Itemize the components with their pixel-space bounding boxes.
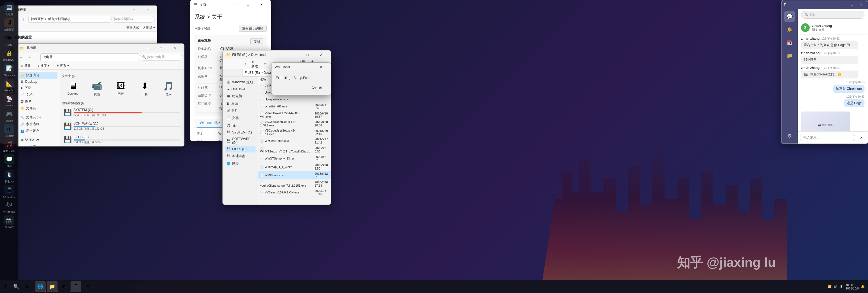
si-close[interactable]: ✕ xyxy=(255,1,268,8)
chat-icon-chat[interactable]: 💬 xyxy=(784,11,795,22)
table-row[interactable]: 📄 VSCodeUserSetup-x64-1.48.2.exe 2020/8/… xyxy=(258,119,331,128)
chat-icon-calendar[interactable]: 📅 xyxy=(784,37,795,48)
dw-nav-local[interactable]: 💾 本地磁盘 xyxy=(225,152,255,160)
maximize-button[interactable]: □ xyxy=(128,6,140,14)
table-row[interactable]: 📄 WeChatSetup.exe 2021/5/17 21:42 应用程序 1… xyxy=(258,137,331,145)
dw-close[interactable]: ✕ xyxy=(315,51,328,59)
dock-icon-dingtalk[interactable]: 📱 钉钉人:多... xyxy=(2,184,16,199)
fe-drive-FILES (E:)[interactable]: 💾 FILES (E:) 534 GB 可用，共 599 GB xyxy=(62,134,182,146)
copy-button[interactable]: 复制 xyxy=(250,38,264,45)
taskbar-teams[interactable]: T xyxy=(70,281,82,292)
teams-maximize[interactable]: □ xyxy=(848,1,856,8)
table-row[interactable]: 📄 VirtualBox-6.1.22-144080-Win.exe 2020/… xyxy=(258,111,331,119)
fe-search[interactable]: 🔍 搜索"此电脑" xyxy=(140,54,183,60)
minimize-button[interactable]: ─ xyxy=(114,6,127,14)
fe-folder-图片[interactable]: 🖼 图片 xyxy=(110,79,131,98)
fe-back[interactable]: ← xyxy=(18,54,25,61)
fe-more[interactable]: ··· xyxy=(175,62,182,70)
table-row[interactable]: 📄 WinPcap_4_1_3.exe 2020/3/28 2:50 应用程序 … xyxy=(258,163,331,171)
dock-icon-wechat[interactable]: 💬 微信 xyxy=(2,154,16,168)
search-input[interactable]: 搜索控制面板 xyxy=(112,16,155,23)
fe-drive-SOFTWARE (D:)[interactable]: 💾 SOFTWARE (D:) 114 GB 可用，共 142 GB xyxy=(62,120,182,133)
dw-nav-d[interactable]: 💾 SOFTWARE (D:) xyxy=(225,136,255,146)
dw-up[interactable]: ↑ xyxy=(242,60,248,68)
dw-nav-windows-rules[interactable]: 🪟 Windows 规划 xyxy=(225,79,255,86)
dw-nav-forward[interactable]: → xyxy=(234,69,241,77)
taskbar-store[interactable]: 🛍 xyxy=(59,281,69,292)
taskbar-notification[interactable]: 🔔 xyxy=(861,285,865,288)
dock-icon-此电脑[interactable]: 💻 此电脑 xyxy=(2,2,16,16)
dw-forward[interactable]: → xyxy=(234,60,241,68)
dw-maximize[interactable]: □ xyxy=(301,51,314,59)
fe-nav-file[interactable]: 📁 文件夹 xyxy=(19,105,58,112)
si-maximize[interactable]: □ xyxy=(242,1,254,8)
teams-minimize[interactable]: ─ xyxy=(838,1,847,8)
send-button[interactable]: ➤ xyxy=(857,134,866,141)
dw-nav-onedrive[interactable]: ☁ OneDrive xyxy=(225,86,255,92)
chat-search[interactable]: 🔍 搜索 xyxy=(801,11,865,19)
si-minimize[interactable]: ─ xyxy=(228,1,241,8)
teams-close[interactable]: ✕ xyxy=(857,1,866,8)
dw-nav-desktop[interactable]: 🖥 桌面 xyxy=(225,100,255,107)
taskbar-battery-icon[interactable]: 🔋 xyxy=(839,285,843,288)
settings-menu-icon[interactable]: ☰ xyxy=(193,2,197,7)
table-row[interactable]: 📄 youkuClient_setup_7.8.2.1151.exe 2020/… xyxy=(258,180,331,188)
taskbar-taskview[interactable]: ⧉ xyxy=(22,281,33,292)
chat-icon-activity[interactable]: 🔔 xyxy=(784,24,795,35)
fe-folder-视频[interactable]: 📹 视频 xyxy=(86,79,108,98)
chat-icon-calls[interactable]: 📞 xyxy=(784,63,795,74)
fe-sort[interactable]: ↕ 排序 ▾ xyxy=(35,62,51,70)
fe-nav-docs[interactable]: 📄 文档 xyxy=(19,91,58,98)
rename-button[interactable]: 重命名此台电脑 xyxy=(239,25,267,32)
windows-spec-tab[interactable]: Windows 规格 xyxy=(197,119,224,127)
fe-new[interactable]: ⊕ 新建 xyxy=(19,62,33,70)
dock-icon-filezilla[interactable]: 📡 Steam xyxy=(2,93,16,108)
taskbar-settings[interactable]: ⚙ xyxy=(83,281,93,292)
dock-icon-telegram[interactable]: ✈ Telegram xyxy=(2,124,16,138)
fe-nav-onedrive[interactable]: ☁ OneDrive xyxy=(19,137,58,142)
dw-back[interactable]: ← xyxy=(225,60,232,68)
chat-icon-settings[interactable]: ⚙ xyxy=(784,130,795,141)
taskbar-datetime[interactable]: 10:58 2021/10/9 xyxy=(845,284,859,290)
fe-view[interactable]: 👁 查看 ▾ xyxy=(54,62,71,70)
dock-icon-steam[interactable]: 🎮 Steam xyxy=(2,109,16,123)
dw-nav-docs[interactable]: 📄 文档 xyxy=(225,115,255,122)
fe-folder-Desktop[interactable]: 🖥 Desktop xyxy=(62,79,84,98)
fe-nav-pc[interactable]: 💻 此电脑 xyxy=(19,144,58,146)
dock-icon-qq[interactable]: 🐧 腾讯QQ xyxy=(2,169,16,183)
dw-nav-pc[interactable]: 💻 此电脑 xyxy=(225,92,255,100)
dw-nav-pics[interactable]: 🖼 图片 xyxy=(225,107,255,115)
fe-address[interactable]: 此电脑 xyxy=(40,54,139,61)
dw-cut[interactable]: ✂ xyxy=(261,60,269,68)
table-row[interactable]: 📄 WinNTSetup_V4.2.1_ziTongZhiJia.zip 202… xyxy=(258,145,331,154)
fe-nav-quick-access[interactable]: ⭐ 快速访问 xyxy=(19,72,58,79)
taskbar-search[interactable]: 🔍 xyxy=(11,281,22,292)
table-row[interactable]: 📄 YYSetup-8.57.0.1-CN.exe 2020/1/8 21:16… xyxy=(258,188,331,197)
fe-forward[interactable]: → xyxy=(26,54,33,61)
table-row[interactable]: 📄 UplayInstaller.exe xyxy=(258,97,331,102)
fe-nav-download[interactable]: ⬇ 下载 xyxy=(19,85,58,91)
chat-icon-files[interactable]: 📁 xyxy=(784,50,795,61)
up-button[interactable]: ↑ xyxy=(20,16,27,23)
dw-nav-music[interactable]: 🎵 音乐 xyxy=(225,122,255,129)
dock-icon-visual-studio-2019[interactable]: 📐 Visual S... xyxy=(2,78,16,92)
dock-icon-snipaste[interactable]: 📸 Snipaste xyxy=(2,215,16,229)
address-bar[interactable]: 控制面板 > 所有控制面板项 xyxy=(29,16,111,23)
chat-input[interactable] xyxy=(800,134,855,141)
fe-nav-settings[interactable]: 🔧 文件夹 (6) xyxy=(19,114,58,121)
fe-drive-SYSTEM (C:)[interactable]: 💾 SYSTEM (C:) 32.4 GB 可用，共 89.9 GB xyxy=(62,106,182,119)
taskbar-network-icon[interactable]: 📶 xyxy=(828,285,831,288)
dw-nav-back[interactable]: ← xyxy=(225,69,232,77)
dw-nav-network[interactable]: 🌐 网络 xyxy=(225,160,255,167)
wmi-close[interactable]: ✕ xyxy=(315,63,328,71)
fe-nav-index[interactable]: 🔎 索引选项 xyxy=(19,121,58,127)
fe-folder-下载[interactable]: ⬇ 下载 xyxy=(134,79,155,98)
dock-icon-musicplayer[interactable]: 🎶 音乐播放器 xyxy=(2,200,16,214)
taskbar-edge[interactable]: 🌐 xyxy=(35,281,45,292)
dw-nav-e[interactable]: 💾 FILES (E:) xyxy=(225,146,255,152)
taskbar-start[interactable]: ⊞ xyxy=(0,281,11,292)
wmi-cancel-button[interactable]: Cancel xyxy=(307,85,326,91)
fe-minimize[interactable]: ─ xyxy=(141,44,154,52)
fe-close[interactable]: ✕ xyxy=(168,44,181,52)
close-button[interactable]: ✕ xyxy=(141,6,154,14)
